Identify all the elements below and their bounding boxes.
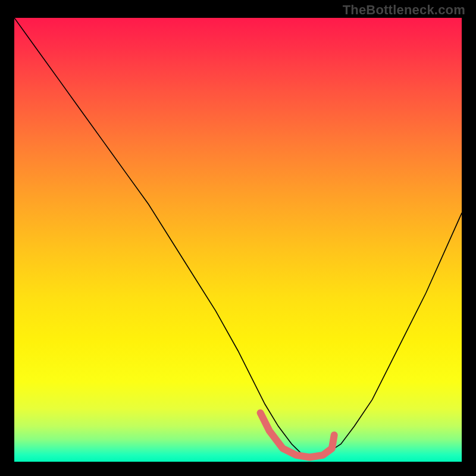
chart-overlay xyxy=(14,18,462,462)
optimal-range-marker xyxy=(261,413,334,458)
plot-area xyxy=(14,18,462,462)
chart-frame: TheBottleneck.com xyxy=(0,0,476,476)
bottleneck-curve xyxy=(14,18,462,458)
watermark-text: TheBottleneck.com xyxy=(343,2,465,18)
